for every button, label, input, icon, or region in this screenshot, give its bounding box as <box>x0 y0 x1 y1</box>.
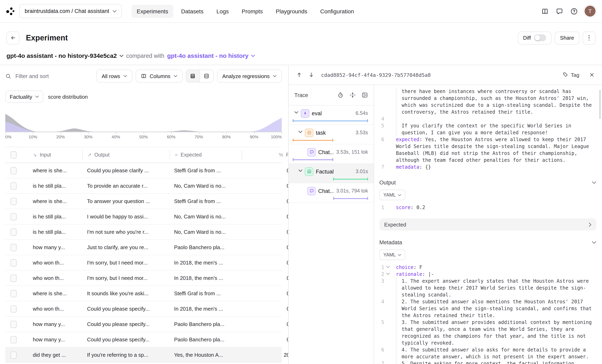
filter-input[interactable] <box>15 73 93 80</box>
table-row[interactable]: where is she...Could you please clarify … <box>5 163 282 178</box>
row-view-button[interactable] <box>200 70 213 82</box>
table-row[interactable]: who won th...Could you please specify...… <box>5 302 282 317</box>
table-row[interactable]: who won th...I'm sorry, but I need mor..… <box>5 271 282 286</box>
row-checkbox[interactable] <box>11 275 17 282</box>
table-row[interactable]: who won th...I'm sorry, but I need mor..… <box>5 255 282 271</box>
expected-cell: No, Cam Ward is no... <box>169 214 241 220</box>
help-icon[interactable] <box>570 7 578 15</box>
select-all-checkbox[interactable] <box>11 151 17 159</box>
timing-icon[interactable] <box>337 92 344 98</box>
expected-cell: Steffi Graf is from ... <box>169 198 241 204</box>
page-title: Experiment <box>26 33 518 42</box>
row-checkbox[interactable] <box>11 259 17 267</box>
table-row[interactable]: did they get ...If you're referring to a… <box>5 348 282 363</box>
row-checkbox[interactable] <box>11 244 17 251</box>
table-row[interactable]: did they get ...If you're referring to a… <box>5 363 282 364</box>
trace-span-eval[interactable]: eval6.54s <box>289 106 374 125</box>
code-text: 5. Despite asking for more context, the … <box>396 361 595 364</box>
topbar-tabs: ExperimentsDatasetsLogsPromptsPlayground… <box>131 5 541 18</box>
diff-toggle-switch[interactable] <box>534 34 546 41</box>
fold-chevron[interactable] <box>386 266 390 270</box>
column-header-expected[interactable]: =Expected <box>170 150 242 160</box>
table-row[interactable]: how many y...Just to clarify, are you re… <box>5 240 282 255</box>
diff-toggle-button[interactable]: Diff <box>518 31 552 44</box>
axis-tick <box>33 133 33 134</box>
table-row[interactable]: where is she...It sounds like you're ask… <box>5 286 282 302</box>
trace-span-chat[interactable]: Chat...3.01s, 794 tok <box>289 183 374 203</box>
next-row-button[interactable] <box>306 70 316 80</box>
column-header-output[interactable]: ↗Output <box>82 150 170 160</box>
docs-book-icon[interactable] <box>541 7 549 15</box>
row-checkbox[interactable] <box>11 198 17 205</box>
row-checkbox[interactable] <box>11 229 17 236</box>
output-cell: Could you please clarify ... <box>82 168 169 174</box>
row-checkbox[interactable] <box>11 213 17 220</box>
user-avatar[interactable]: T <box>585 6 595 17</box>
dense-view-button[interactable] <box>186 70 200 82</box>
table-row[interactable]: how many y...Could you please specify...… <box>5 317 282 332</box>
all-rows-dropdown[interactable]: All rows <box>96 70 132 83</box>
collapse-metadata-icon[interactable] <box>592 241 596 244</box>
trace-span-task[interactable]: task3.53s <box>289 125 374 145</box>
factuality-cell: 0.00% <box>241 229 289 235</box>
fold-chevron[interactable] <box>386 273 390 276</box>
row-checkbox[interactable] <box>11 290 17 297</box>
filter-box[interactable] <box>5 73 93 80</box>
axis-tick-label: 80% <box>222 135 231 139</box>
current-experiment-selector[interactable]: gpt-4o assistant - no history-934e5ca2 <box>7 52 123 59</box>
baseline-experiment-selector[interactable]: gpt-4o assistant - no history <box>167 52 255 59</box>
tab-configuration[interactable]: Configuration <box>315 5 359 18</box>
axis-tick-label: 60% <box>167 135 175 139</box>
tab-experiments[interactable]: Experiments <box>131 5 173 18</box>
row-checkbox[interactable] <box>11 352 17 359</box>
row-checkbox[interactable] <box>11 336 17 343</box>
tab-prompts[interactable]: Prompts <box>236 5 268 18</box>
code-line: 2rationale: |- <box>378 271 602 278</box>
span-collapse-chevron[interactable] <box>298 170 302 174</box>
row-checkbox[interactable] <box>11 182 17 190</box>
score-distribution-header: Factuality score distribution <box>5 91 282 103</box>
table-row[interactable]: is he still pla...I would be happy to as… <box>5 209 282 225</box>
column-header-factuality[interactable]: %Factuality <box>242 150 289 160</box>
row-checkbox[interactable] <box>11 167 17 174</box>
tab-datasets[interactable]: Datasets <box>176 5 209 18</box>
code-text: 4. The submitted answer also asks for mo… <box>396 347 595 361</box>
tab-logs[interactable]: Logs <box>211 5 234 18</box>
tab-playgrounds[interactable]: Playgrounds <box>270 5 312 18</box>
trace-span-list: eval6.54stask3.53sChat...3.53s, 151 tokF… <box>289 106 374 203</box>
metric-selector[interactable]: Factuality <box>5 91 43 103</box>
column-header-input[interactable]: ↘Input <box>28 150 82 160</box>
metadata-format-dropdown[interactable]: YAML <box>379 250 406 260</box>
share-button[interactable]: Share <box>555 31 579 44</box>
table-row[interactable]: is he still pla...To provide an accurate… <box>5 178 282 194</box>
prev-row-button[interactable] <box>294 70 304 80</box>
trace-span-chat[interactable]: Chat...3.53s, 151 tok <box>289 145 374 164</box>
braintrust-logo-icon[interactable] <box>6 6 15 16</box>
columns-dropdown[interactable]: Columns <box>135 70 183 83</box>
table-row[interactable]: how many y...Could you please specify...… <box>5 332 282 348</box>
output-cell: Just to clarify, are you re... <box>82 244 169 250</box>
output-cell: Could you please specify... <box>82 306 169 312</box>
output-format-dropdown[interactable]: YAML <box>379 190 406 200</box>
trace-span-factual[interactable]: Factual3.01s <box>289 164 374 183</box>
factuality-cell: 20.00% <box>241 352 289 358</box>
row-checkbox[interactable] <box>11 321 17 328</box>
table-row[interactable]: where is she...To answer your question .… <box>5 194 282 209</box>
more-options-button[interactable] <box>582 31 595 44</box>
feedback-chat-icon[interactable] <box>555 7 564 15</box>
scrollbar-thumb[interactable] <box>599 90 601 119</box>
collapse-spans-icon[interactable] <box>349 92 356 98</box>
row-checkbox-cell <box>5 198 28 205</box>
span-collapse-chevron[interactable] <box>294 111 298 115</box>
close-panel-button[interactable] <box>587 71 596 80</box>
table-row[interactable]: is he still pla...I'm not sure who you'r… <box>5 225 282 240</box>
back-button[interactable] <box>7 31 20 44</box>
tag-button[interactable]: Tag <box>563 72 579 78</box>
collapse-panel-icon[interactable] <box>362 92 368 98</box>
span-collapse-chevron[interactable] <box>298 131 302 135</box>
collapse-output-icon[interactable] <box>592 181 596 184</box>
project-selector[interactable]: braintrustdata.com / Chat assistant <box>20 4 122 18</box>
analyze-regressions-dropdown[interactable]: Analyze regressions <box>217 70 282 83</box>
row-checkbox[interactable] <box>11 305 17 313</box>
expected-section-collapsed[interactable]: Expected <box>379 218 596 231</box>
